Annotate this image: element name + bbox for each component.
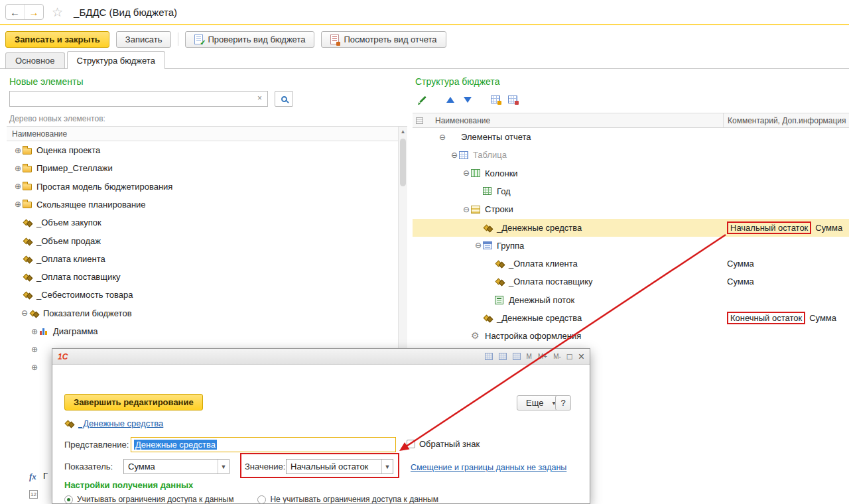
finish-editing-button[interactable]: Завершить редактирование xyxy=(64,394,203,410)
back-arrow-icon[interactable] xyxy=(6,5,25,19)
tab-main[interactable]: Основное xyxy=(5,52,65,68)
element-link[interactable]: _Денежные средства xyxy=(78,418,163,428)
move-up-button[interactable] xyxy=(442,92,459,107)
expander-plus-icon[interactable] xyxy=(13,146,23,155)
right-tree-row[interactable]: Таблица xyxy=(413,146,849,164)
column-header-label: Наименование xyxy=(12,129,67,139)
chevron-down-icon[interactable] xyxy=(381,460,393,473)
right-tree-row[interactable]: Колонки xyxy=(413,164,849,182)
table-mark-icon xyxy=(491,95,500,103)
expander-minus-icon[interactable] xyxy=(450,151,459,160)
offset-bounds-link[interactable]: Смещение и границы данных не заданы xyxy=(411,463,566,472)
inverse-sign-checkbox[interactable] xyxy=(407,440,415,448)
right-tree-row[interactable]: Группа xyxy=(413,237,849,255)
expander-minus-icon[interactable] xyxy=(462,168,471,178)
folder-icon xyxy=(23,184,32,190)
favorite-star-icon[interactable] xyxy=(52,5,63,20)
left-tree-row[interactable]: _Себестоимость товара xyxy=(7,286,398,304)
preview-report-view-button[interactable]: Посмотреть вид отчета xyxy=(321,31,446,48)
tab-label: Основное xyxy=(15,56,55,66)
dialog-titlebar[interactable]: 1С М М+ М- xyxy=(52,349,590,365)
clear-search-icon[interactable] xyxy=(257,94,262,103)
memory-m-plus-button[interactable]: М+ xyxy=(538,353,547,360)
button-label: ? xyxy=(560,398,565,408)
left-tree-row[interactable]: _Оплата поставщику xyxy=(7,268,398,286)
indicator-icon xyxy=(23,290,33,299)
group-icon xyxy=(483,241,492,249)
expander-plus-icon[interactable] xyxy=(30,363,39,372)
left-tree-row[interactable]: Простая модель бюджетирования xyxy=(7,178,398,196)
left-tree-row[interactable]: Пример_Стеллажи xyxy=(7,159,398,177)
expander-plus-icon[interactable] xyxy=(13,200,23,209)
expander-minus-icon[interactable] xyxy=(462,205,471,214)
right-tree-row[interactable]: _Оплата поставщикуСумма xyxy=(413,273,849,290)
left-tree-row[interactable]: Оценка проекта xyxy=(7,141,398,159)
expander-minus-icon[interactable] xyxy=(474,241,483,250)
left-tree-row[interactable]: Скользящее планирование xyxy=(7,196,398,214)
grid-icon[interactable] xyxy=(499,353,507,360)
expander-plus-icon[interactable] xyxy=(30,345,39,354)
tree-item-label: _Денежные средства xyxy=(495,223,582,233)
icon-slot xyxy=(29,472,41,481)
radio-consider-restrictions[interactable] xyxy=(64,495,73,504)
help-button[interactable]: ? xyxy=(555,395,571,410)
representation-input[interactable]: Денежные средства xyxy=(131,437,396,452)
expander-plus-icon[interactable] xyxy=(13,164,23,173)
tree-item-label: _Себестоимость товара xyxy=(34,290,133,300)
scroll-up-icon[interactable] xyxy=(399,127,407,136)
icon-slot xyxy=(483,241,495,249)
data-settings-title: Настройки получения данных xyxy=(64,480,193,490)
expander-minus-icon[interactable] xyxy=(20,308,29,318)
radio-label: Учитывать ограничения доступа к данным xyxy=(77,495,233,504)
move-into-group-button[interactable] xyxy=(487,92,504,107)
indicator-icon xyxy=(23,218,33,227)
left-tree-row[interactable]: _Объем продаж xyxy=(7,232,398,250)
move-out-of-group-button[interactable] xyxy=(504,92,521,107)
right-column-headers[interactable]: Наименование Комментарий, Доп.информация xyxy=(413,113,849,128)
expander-minus-icon[interactable] xyxy=(438,133,447,142)
memory-m-button[interactable]: М xyxy=(527,353,532,360)
right-tree-row[interactable]: Строки xyxy=(413,200,849,218)
search-button[interactable] xyxy=(275,91,293,107)
icon-slot xyxy=(29,490,41,499)
scrollbar-thumb[interactable] xyxy=(400,139,406,186)
accent-line xyxy=(0,24,849,25)
expander-plus-icon[interactable] xyxy=(30,327,39,336)
expander-plus-icon[interactable] xyxy=(13,182,23,191)
edit-button[interactable] xyxy=(414,92,431,107)
left-tree-row[interactable]: _Оплата клиента xyxy=(7,250,398,268)
column-settings-icon[interactable] xyxy=(413,117,426,124)
left-tree-row[interactable]: Диаграмма xyxy=(7,322,398,340)
maximize-icon[interactable] xyxy=(567,351,572,361)
left-panel-title: Новые элементы xyxy=(9,76,83,87)
print-preview-icon[interactable] xyxy=(485,353,493,360)
right-tree-row[interactable]: Настройка оформления xyxy=(413,327,849,345)
right-tree-row[interactable]: _Денежные средстваКонечный остатокСумма xyxy=(413,309,849,327)
value-select[interactable]: Начальный остаток xyxy=(286,459,393,474)
tab-budget-structure[interactable]: Структура бюджета xyxy=(67,51,165,69)
search-input[interactable] xyxy=(9,91,268,107)
memory-m-minus-button[interactable]: М- xyxy=(553,353,561,360)
right-tree-row[interactable]: Денежный поток xyxy=(413,291,849,309)
forward-arrow-icon[interactable] xyxy=(25,5,43,19)
move-down-button[interactable] xyxy=(459,92,476,107)
save-button[interactable]: Записать xyxy=(116,31,172,48)
indicator-select[interactable]: Сумма xyxy=(123,459,229,474)
left-tree-row[interactable]: _Объем закупок xyxy=(7,214,398,231)
tree-item-label: Пример_Стеллажи xyxy=(34,163,113,173)
chevron-down-icon[interactable] xyxy=(218,460,229,473)
right-tree-row[interactable]: Год xyxy=(413,182,849,200)
grid-edit-icon[interactable] xyxy=(513,353,521,360)
search-row xyxy=(9,91,301,107)
close-icon[interactable] xyxy=(578,351,584,363)
right-tree-row[interactable]: _Оплата клиентаСумма xyxy=(413,255,849,273)
grid-green-icon xyxy=(483,187,491,195)
radio-ignore-restrictions[interactable] xyxy=(257,495,266,504)
right-tree-row[interactable]: _Денежные средстваНачальный остатокСумма xyxy=(413,219,849,237)
tree-item-label: _Объем продаж xyxy=(34,236,101,246)
left-tree-row[interactable]: Показатели бюджетов xyxy=(7,304,398,322)
right-tree-row[interactable]: Элементы отчета xyxy=(413,128,849,146)
check-budget-view-button[interactable]: Проверить вид бюджета xyxy=(185,31,314,48)
save-and-close-button[interactable]: Записать и закрыть xyxy=(5,31,109,48)
left-column-header[interactable]: Наименование xyxy=(7,127,398,141)
